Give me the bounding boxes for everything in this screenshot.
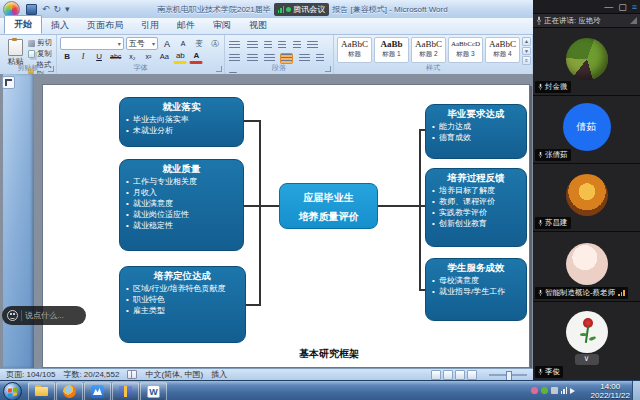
copy-icon: [28, 50, 35, 58]
share-icon[interactable]: [630, 17, 637, 24]
tab-home[interactable]: 开始: [4, 15, 42, 34]
participant-tile[interactable]: 李俊: [533, 302, 640, 380]
clipboard-dialog-launcher[interactable]: [48, 66, 54, 72]
style-card-heading4[interactable]: AaBbC标题 4: [485, 37, 520, 63]
font-name-combo[interactable]: ▾: [60, 37, 124, 50]
participant-tile[interactable]: 智能制造概论-蔡老师: [533, 232, 640, 302]
multilevel-list-icon[interactable]: [264, 41, 272, 50]
decrease-indent-icon[interactable]: [278, 41, 286, 50]
participant-name-label: 苏昌建: [535, 217, 571, 229]
styles-gallery-scrollbar[interactable]: ▲▼≡: [522, 37, 531, 65]
menu-icon[interactable]: ≡: [632, 1, 637, 13]
tab-mailings[interactable]: 邮件: [168, 17, 204, 34]
network-signal-icon: [618, 290, 625, 296]
status-bar: 页面: 104/105 字数: 20/24,552 中文(简体, 中国) 插入: [0, 368, 533, 380]
participant-name-label: 李俊: [535, 366, 563, 378]
save-icon[interactable]: [26, 4, 37, 15]
style-card-heading1[interactable]: AaBb标题 1: [374, 37, 409, 63]
volume-icon[interactable]: [570, 388, 578, 394]
avatar: [566, 174, 608, 216]
document-page[interactable]: 就业落实 毕业去向落实率 未就业分析 就业质量 工作与专业相关度 月收入 就业满…: [42, 84, 530, 368]
view-buttons[interactable]: [431, 370, 477, 380]
shading-icon[interactable]: [316, 54, 324, 63]
font-size-combo[interactable]: 五号▾: [126, 37, 158, 50]
line-spacing-icon[interactable]: [299, 54, 310, 63]
network-icon[interactable]: [561, 387, 568, 394]
connector-line: [259, 120, 261, 306]
paragraph-dialog-launcher[interactable]: [325, 66, 331, 72]
bullets-icon[interactable]: [229, 41, 240, 50]
underline-button[interactable]: U: [92, 50, 106, 63]
start-button[interactable]: [3, 382, 22, 400]
sort-icon[interactable]: [307, 41, 318, 50]
taskbar-clock[interactable]: 14:00 2022/11/22: [591, 382, 630, 400]
grow-font-button[interactable]: A: [160, 37, 174, 50]
taskbar-item-explorer[interactable]: [28, 382, 55, 400]
folder-icon: [35, 387, 48, 396]
tray-icon[interactable]: [531, 387, 538, 394]
mic-icon: [536, 16, 542, 25]
qat-dropdown-icon[interactable]: ▾: [65, 1, 70, 17]
speaking-text: 正在讲话: 应艳玲: [544, 16, 628, 26]
minimize-icon[interactable]: —: [604, 1, 613, 13]
group-font: ▾ 五号▾ A A 变 Ⓐ B I U abc x₂ x² Aa ab A: [57, 35, 225, 74]
tab-review[interactable]: 审阅: [204, 17, 240, 34]
speaking-indicator: 正在讲话: 应艳玲: [533, 13, 640, 28]
style-card-heading3[interactable]: AaBbCcD标题 3: [448, 37, 483, 63]
participant-name-label: 张倩茹: [535, 149, 571, 161]
font-dialog-launcher[interactable]: [216, 66, 222, 72]
participant-tile[interactable]: 苏昌建: [533, 164, 640, 232]
style-card-heading2[interactable]: AaBbC标题 2: [411, 37, 446, 63]
increase-indent-icon[interactable]: [293, 41, 301, 50]
align-center-icon[interactable]: [247, 54, 258, 63]
show-desktop-button[interactable]: [632, 381, 640, 400]
archive-icon: [119, 386, 132, 397]
superscript-button[interactable]: x²: [141, 50, 155, 63]
subscript-button[interactable]: x₂: [125, 50, 139, 63]
tab-references[interactable]: 引用: [132, 17, 168, 34]
change-case-button[interactable]: Aa: [157, 50, 171, 63]
participant-tile[interactable]: 倩茹 张倩茹: [533, 96, 640, 164]
paste-button[interactable]: 粘贴: [3, 37, 28, 65]
participant-tile[interactable]: 封金微: [533, 28, 640, 96]
taskbar-item-archiver[interactable]: [112, 382, 139, 400]
numbering-icon[interactable]: [247, 41, 258, 50]
emoji-icon[interactable]: [7, 310, 18, 321]
tab-page-layout[interactable]: 页面布局: [78, 17, 132, 34]
meeting-status-badge[interactable]: 腾讯会议: [274, 3, 330, 16]
strikethrough-button[interactable]: abc: [108, 50, 123, 63]
highlight-color-button[interactable]: ab: [173, 49, 187, 64]
font-color-button[interactable]: A: [189, 49, 203, 64]
page-indicator[interactable]: 页面: 104/105: [6, 369, 55, 380]
meeting-chat-input[interactable]: 说点什么...: [2, 306, 86, 325]
taskbar-item-word[interactable]: [140, 382, 167, 400]
connector-line: [244, 205, 279, 207]
align-right-icon[interactable]: [264, 54, 275, 63]
undo-icon[interactable]: ↶: [42, 1, 50, 17]
style-card-title[interactable]: AaBbC标题: [337, 37, 372, 63]
justify-icon[interactable]: [281, 54, 292, 63]
tray-icon[interactable]: [551, 387, 558, 394]
align-left-icon[interactable]: [229, 54, 240, 63]
proofing-icon[interactable]: [127, 370, 137, 379]
italic-button[interactable]: I: [76, 50, 90, 63]
zoom-slider[interactable]: [489, 374, 527, 376]
copy-button[interactable]: 复制: [28, 49, 56, 59]
ruler-toggle-button[interactable]: [2, 76, 15, 89]
taskbar-item-firefox[interactable]: [56, 382, 83, 400]
taskbar-item-meeting[interactable]: [84, 382, 111, 400]
cut-button[interactable]: 剪切: [28, 38, 56, 48]
chevron-down-icon[interactable]: [575, 354, 599, 365]
mic-icon: [538, 219, 543, 227]
word-count[interactable]: 字数: 20/24,552: [63, 369, 119, 380]
bold-button[interactable]: B: [60, 50, 74, 63]
maximize-icon[interactable]: ▢: [618, 1, 627, 13]
mic-icon: [538, 368, 543, 376]
tray-icon[interactable]: [541, 387, 548, 394]
tab-view[interactable]: 视图: [240, 17, 276, 34]
insert-mode[interactable]: 插入: [211, 369, 227, 380]
tab-insert[interactable]: 插入: [42, 17, 78, 34]
character-border-button[interactable]: Ⓐ: [208, 37, 222, 50]
redo-icon[interactable]: ↻: [54, 1, 62, 17]
language-indicator[interactable]: 中文(简体, 中国): [145, 369, 203, 380]
